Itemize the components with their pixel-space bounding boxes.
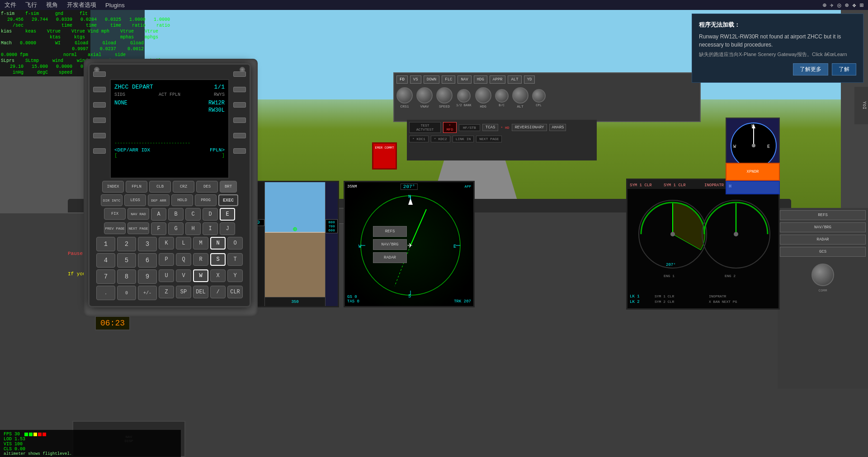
fmc-rsk1[interactable] — [233, 71, 246, 77]
ap-yd-button[interactable]: YD — [524, 75, 535, 84]
transponder-box[interactable]: XPNDR — [726, 163, 780, 181]
ap-hdg-button[interactable]: HDG — [474, 75, 487, 84]
fmc-rsk4[interactable] — [233, 118, 246, 123]
hfstb-button[interactable]: HF/STB — [459, 124, 480, 131]
speed-knob[interactable] — [436, 87, 453, 104]
fmc-fix-key[interactable]: FIX — [104, 208, 126, 220]
kdc1-button[interactable]: * KDC1 — [409, 136, 429, 142]
fmc-a-key[interactable]: A — [151, 208, 166, 221]
fmc-del-key[interactable]: DEL — [193, 286, 208, 298]
menu-dev[interactable]: 开发者选项 — [67, 1, 96, 9]
fmc-lsk6[interactable] — [93, 148, 106, 154]
fmc-n-key[interactable]: N — [210, 237, 226, 250]
fmc-rsk3[interactable] — [233, 102, 246, 108]
error-learn-more-button[interactable]: 了解更多 — [793, 63, 828, 75]
fmc-lsk5[interactable] — [93, 133, 106, 138]
fmc-g-key[interactable]: G — [168, 222, 184, 235]
ap-nav-button[interactable]: NAV — [458, 75, 471, 84]
halfbank-knob[interactable] — [457, 89, 471, 103]
fmc-sp-key[interactable]: SP — [176, 286, 191, 298]
fmc-w-key[interactable]: W — [193, 269, 208, 282]
bc-knob[interactable] — [495, 89, 509, 103]
fmc-clr-key[interactable]: CLR — [227, 286, 243, 298]
ap-flc-button[interactable]: FLC — [442, 75, 455, 84]
fmc-k-key[interactable]: K — [159, 237, 174, 250]
fmc-9-key[interactable]: 9 — [138, 269, 157, 284]
radar-right-button[interactable]: RADAR — [780, 235, 866, 245]
fmc-nextpage-key[interactable]: NEXT PAGE — [127, 222, 149, 234]
fmc-des-key[interactable]: DES — [196, 181, 218, 193]
fmc-hold-key[interactable]: HOLD — [171, 194, 193, 206]
fmc-deparr-key[interactable]: DEP ARR — [148, 194, 170, 206]
right-panel-knob[interactable] — [811, 264, 834, 286]
navbrg-right-button[interactable]: NAV/BRG — [780, 222, 866, 232]
crs1-knob[interactable] — [396, 87, 413, 104]
fmc-3-key[interactable]: 3 — [138, 237, 157, 251]
menu-view[interactable]: 视角 — [46, 1, 58, 9]
fmc-rsk6[interactable] — [233, 148, 246, 154]
fmc-j-key[interactable]: J — [220, 222, 235, 235]
fmc-y-key[interactable]: Y — [227, 269, 243, 282]
fmc-m-key[interactable]: M — [193, 237, 208, 250]
menu-file[interactable]: 文件 — [5, 1, 16, 9]
fmc-u-key[interactable]: U — [159, 269, 174, 282]
tcas-test-button[interactable]: TEST ACTVTEST — [409, 122, 441, 133]
fmc-lsk4[interactable] — [93, 118, 106, 123]
menu-flight[interactable]: 飞行 — [25, 1, 37, 9]
fmc-prog-key[interactable]: PROG — [195, 194, 217, 206]
fmc-p-key[interactable]: P — [159, 253, 174, 266]
fmc-2-key[interactable]: 2 — [117, 237, 136, 251]
alt-knob[interactable] — [512, 87, 528, 104]
yd-vertical-button[interactable]: YoI — [854, 87, 868, 124]
ap-appr-button[interactable]: APPR — [490, 75, 506, 84]
fmc-legs-key[interactable]: LEGS — [124, 194, 146, 206]
fmc-fpln-key[interactable]: FPLN — [126, 181, 147, 193]
radar-button[interactable]: RADAR — [373, 252, 407, 263]
fmc-c-key[interactable]: C — [185, 208, 201, 221]
nextpage-button[interactable]: NEXT PAGE — [476, 136, 502, 142]
fmc-l-key[interactable]: L — [176, 237, 191, 250]
fmc-rsk5[interactable] — [233, 133, 246, 138]
fmc-8-key[interactable]: 8 — [117, 269, 136, 284]
ap-down-button[interactable]: DOWN — [424, 75, 440, 84]
fmc-s-key[interactable]: S — [210, 253, 226, 266]
fmc-index-key[interactable]: INDEX — [102, 181, 124, 193]
fmc-lsk3[interactable] — [93, 102, 106, 108]
fmc-f-key[interactable]: F — [151, 222, 166, 235]
fmc-crz-key[interactable]: CRZ — [173, 181, 194, 193]
transponder-display[interactable]: H — [726, 181, 780, 194]
fmc-slash-key[interactable]: / — [210, 286, 226, 298]
fmc-t-key[interactable]: T — [227, 253, 243, 266]
fmc-i-key[interactable]: I — [203, 222, 218, 235]
fmc-q-key[interactable]: Q — [176, 253, 191, 266]
fmc-7-key[interactable]: 7 — [96, 269, 115, 284]
kdc2-button[interactable]: * KDC2 — [431, 136, 450, 142]
linkin-button[interactable]: LINK IN — [453, 136, 474, 142]
fmc-z-key[interactable]: Z — [159, 286, 174, 298]
ap-alt-button[interactable]: ALT — [508, 75, 521, 84]
fmc-exec-key[interactable]: EXEC — [218, 194, 238, 206]
fmc-plusminus-key[interactable]: +/- — [138, 286, 157, 300]
ap-fd-button[interactable]: FD — [396, 75, 408, 84]
gcs-right-button[interactable]: GCS — [780, 247, 866, 257]
menu-plugins[interactable]: Plugins — [105, 2, 125, 9]
fmc-r-key[interactable]: R — [193, 253, 208, 266]
fmc-b-key[interactable]: B — [168, 208, 184, 221]
fmc-4-key[interactable]: 4 — [96, 253, 115, 268]
fmc-navrad-key[interactable]: NAV RAD — [127, 208, 149, 220]
fmc-0-key[interactable]: 0 — [117, 286, 136, 300]
hdg-knob[interactable] — [475, 87, 491, 104]
fmc-lsk2[interactable] — [93, 87, 106, 92]
fmc-o-key[interactable]: O — [227, 237, 243, 250]
refs-button[interactable]: REFS — [373, 226, 407, 237]
fmc-v-key[interactable]: V — [176, 269, 191, 282]
fmc-x-key[interactable]: X — [210, 269, 226, 282]
error-ok-button[interactable]: 了解 — [832, 63, 856, 75]
mfd-indicator[interactable]: * MFD — [443, 122, 457, 133]
fmc-e-key[interactable]: E — [220, 208, 235, 221]
fmc-brt-key[interactable]: BRT — [220, 181, 237, 193]
fmc-clb-key[interactable]: CLB — [149, 181, 171, 193]
fmc-h-key[interactable]: H — [185, 222, 201, 235]
ap-vs-button[interactable]: VS — [410, 75, 421, 84]
fmc-1-key[interactable]: 1 — [96, 237, 115, 251]
